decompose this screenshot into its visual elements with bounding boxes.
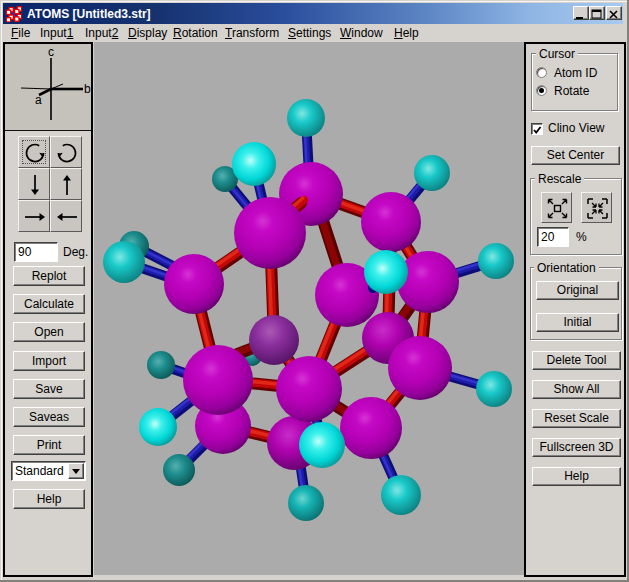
svg-text:a: a xyxy=(35,93,42,107)
svg-text:b: b xyxy=(84,82,91,96)
svg-text:c: c xyxy=(48,45,54,59)
